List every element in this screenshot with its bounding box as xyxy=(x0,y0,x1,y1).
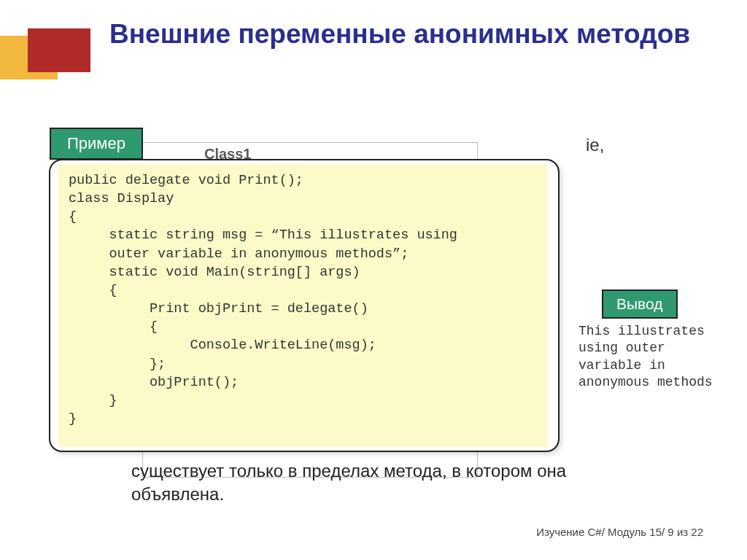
slide-footer: Изучение C#/ Модуль 15/ 9 из 22 xyxy=(536,526,703,538)
output-text: This illustrates using outer variable in… xyxy=(578,323,717,392)
output-badge: Вывод xyxy=(602,289,678,319)
accent-block-red xyxy=(28,28,90,72)
code-block: public delegate void Print(); class Disp… xyxy=(58,164,547,447)
slide-title: Внешние переменные анонимных методов xyxy=(109,18,700,51)
example-badge: Пример xyxy=(50,128,143,160)
background-bottom-paragraph: существует только в пределах метода, в к… xyxy=(131,459,642,507)
background-text-fragment-right: іе, xyxy=(586,135,604,155)
